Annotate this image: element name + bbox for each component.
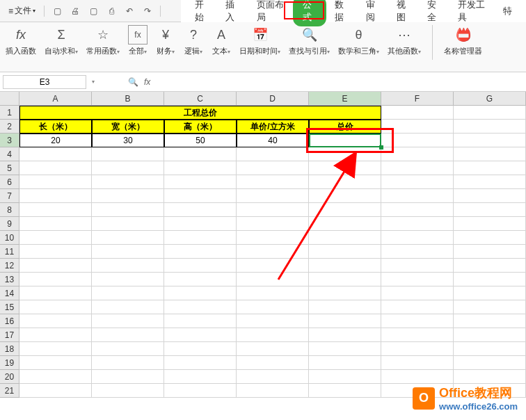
cell[interactable] (92, 300, 164, 314)
cell[interactable] (454, 217, 526, 231)
cell[interactable] (381, 328, 454, 342)
menu-formula[interactable]: 公式 (293, 0, 326, 26)
cell[interactable] (237, 217, 309, 231)
cells-area[interactable]: 工程总价 长（米） 宽（米） 高（米） 单价/立方米 总价 20 30 50 4… (19, 106, 526, 398)
cell[interactable] (454, 203, 526, 217)
menu-review[interactable]: 审阅 (358, 0, 388, 28)
cell[interactable] (237, 370, 309, 384)
col-header-F[interactable]: F (381, 92, 454, 106)
cell[interactable] (454, 134, 526, 147)
cell[interactable] (237, 286, 309, 300)
cell[interactable] (19, 314, 92, 328)
cell[interactable] (92, 203, 164, 217)
name-box[interactable]: E3 (3, 75, 86, 89)
redo-icon[interactable]: ↷ (141, 4, 154, 18)
cell[interactable] (237, 189, 309, 203)
row-header-8[interactable]: 8 (0, 203, 19, 217)
cell[interactable] (237, 384, 309, 398)
cell[interactable] (92, 342, 164, 356)
cell-header[interactable]: 长（米） (19, 120, 92, 134)
cell[interactable] (237, 273, 309, 286)
cell[interactable] (92, 147, 164, 161)
cell[interactable] (237, 231, 309, 245)
cell[interactable] (309, 370, 381, 384)
row-header-19[interactable]: 19 (0, 356, 19, 370)
cell[interactable] (309, 273, 381, 286)
cell[interactable] (92, 189, 164, 203)
ribbon-insert-function[interactable]: fx 插入函数 (6, 25, 36, 56)
cell-data-e3[interactable] (309, 134, 381, 147)
fill-handle[interactable] (379, 145, 383, 150)
cell[interactable] (237, 175, 309, 189)
cell[interactable] (164, 384, 237, 398)
ribbon-math[interactable]: θ 数学和三角▾ (338, 25, 379, 56)
menu-devtools[interactable]: 开发工具 (449, 0, 495, 28)
cell-header[interactable]: 高（米） (164, 120, 237, 134)
row-header-11[interactable]: 11 (0, 245, 19, 259)
cell[interactable] (454, 245, 526, 259)
col-header-A[interactable]: A (19, 92, 92, 106)
row-header-3[interactable]: 3 (0, 134, 19, 147)
cell[interactable] (309, 328, 381, 342)
cell[interactable] (454, 286, 526, 300)
cell[interactable] (19, 300, 92, 314)
row-header-1[interactable]: 1 (0, 106, 19, 120)
cell-header[interactable]: 单价/立方米 (237, 120, 309, 134)
fx-label[interactable]: fx (144, 77, 150, 87)
cell[interactable] (164, 314, 237, 328)
cell[interactable] (237, 300, 309, 314)
cell[interactable] (454, 106, 526, 120)
cell[interactable] (92, 259, 164, 273)
ribbon-text[interactable]: A 文本▾ (212, 25, 231, 56)
cell[interactable] (381, 342, 454, 356)
cell[interactable] (92, 370, 164, 384)
row-header-17[interactable]: 17 (0, 328, 19, 342)
cell[interactable] (164, 147, 237, 161)
row-header-16[interactable]: 16 (0, 314, 19, 328)
row-header-9[interactable]: 9 (0, 217, 19, 231)
cell[interactable] (454, 161, 526, 175)
col-header-D[interactable]: D (237, 92, 309, 106)
cell[interactable] (164, 231, 237, 245)
cell[interactable] (237, 342, 309, 356)
cell[interactable] (381, 356, 454, 370)
cell[interactable] (309, 203, 381, 217)
cell[interactable] (381, 203, 454, 217)
cell[interactable] (19, 217, 92, 231)
menu-security[interactable]: 安全 (419, 0, 449, 28)
row-header-21[interactable]: 21 (0, 384, 19, 398)
cell[interactable] (19, 273, 92, 286)
menu-view[interactable]: 视图 (388, 0, 419, 28)
save-icon[interactable]: ▢ (86, 4, 100, 18)
row-header-10[interactable]: 10 (0, 231, 19, 245)
cell[interactable] (164, 245, 237, 259)
cell[interactable] (164, 161, 237, 175)
cell[interactable] (381, 300, 454, 314)
ribbon-all[interactable]: fx 全部▾ (128, 25, 148, 56)
cell[interactable] (237, 161, 309, 175)
cell[interactable] (237, 147, 309, 161)
cell[interactable] (19, 175, 92, 189)
cell[interactable] (454, 370, 526, 384)
cell[interactable] (381, 147, 454, 161)
cell[interactable] (237, 259, 309, 273)
cell[interactable] (237, 203, 309, 217)
dropdown-icon[interactable]: ▾ (92, 79, 95, 85)
cell[interactable] (454, 273, 526, 286)
cell[interactable] (92, 356, 164, 370)
cell[interactable] (381, 106, 454, 120)
cell[interactable] (381, 161, 454, 175)
menu-insert[interactable]: 插入 (217, 0, 248, 28)
cell[interactable] (309, 356, 381, 370)
ribbon-common[interactable]: ☆ 常用函数▾ (86, 25, 120, 56)
cell[interactable] (454, 328, 526, 342)
cell-header[interactable]: 宽（米） (92, 120, 164, 134)
ribbon-other[interactable]: ⋯ 其他函数▾ (388, 25, 421, 56)
col-header-C[interactable]: C (164, 92, 237, 106)
cell[interactable] (309, 286, 381, 300)
cell[interactable] (19, 342, 92, 356)
row-header-6[interactable]: 6 (0, 175, 19, 189)
cell[interactable] (381, 259, 454, 273)
cell-data[interactable]: 30 (92, 134, 164, 147)
cell[interactable] (92, 328, 164, 342)
